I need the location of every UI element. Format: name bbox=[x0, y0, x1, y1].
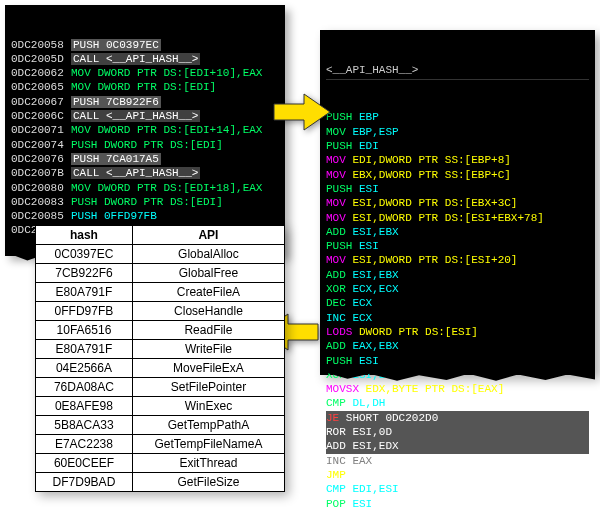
col-hash: hash bbox=[36, 226, 133, 245]
mnemonic: INC bbox=[326, 312, 352, 324]
table-row: 04E2566AMoveFileExA bbox=[36, 359, 285, 378]
disasm-row: INC EAX bbox=[326, 454, 589, 468]
mnemonic: PUSH bbox=[326, 140, 359, 152]
operands: ESI,DWORD PTR DS:[ESI+EBX+78] bbox=[352, 212, 543, 224]
table-row: 0C0397ECGlobalAlloc bbox=[36, 245, 285, 264]
table-row: 76DA08ACSetFilePointer bbox=[36, 378, 285, 397]
instruction: MOV DWORD PTR DS:[EDI+10],EAX bbox=[71, 67, 262, 79]
hash-cell: E80A791F bbox=[36, 340, 133, 359]
address: 0DC2005D bbox=[11, 52, 71, 66]
operands: EDX,BYTE PTR DS:[EAX] bbox=[366, 383, 505, 395]
mnemonic: PUSH bbox=[326, 183, 359, 195]
disasm-row: ADD EAX,EBX bbox=[326, 339, 589, 353]
api-hash-header: <__API_HASH__> bbox=[326, 63, 589, 80]
mnemonic: INC bbox=[326, 455, 352, 467]
api-cell: GetTempFileNameA bbox=[132, 435, 284, 454]
disasm-row: PUSH EDI bbox=[326, 139, 589, 153]
operands: EBX,DWORD PTR SS:[EBP+C] bbox=[352, 169, 510, 181]
disasm-row: XOR ECX,ECX bbox=[326, 282, 589, 296]
operands: ESI,EBX bbox=[352, 226, 398, 238]
disasm-row: MOV EBX,DWORD PTR SS:[EBP+C] bbox=[326, 168, 589, 182]
operands: SHORT 0DC202D0 bbox=[346, 412, 438, 424]
operands: ESI bbox=[359, 240, 379, 252]
hash-cell: 60E0CEEF bbox=[36, 454, 133, 473]
table-row: E80A791FWriteFile bbox=[36, 340, 285, 359]
disasm-row: 0DC2007BCALL <__API_HASH__> bbox=[11, 166, 279, 180]
api-cell: GetTempPathA bbox=[132, 416, 284, 435]
mnemonic: DEC bbox=[326, 297, 352, 309]
instruction: MOV DWORD PTR DS:[EDI] bbox=[71, 81, 216, 93]
operands: DWORD PTR DS:[ESI] bbox=[359, 326, 478, 338]
api-cell: GetFileSize bbox=[132, 473, 284, 492]
table-row: DF7D9BADGetFileSize bbox=[36, 473, 285, 492]
disasm-row: PUSH ESI bbox=[326, 239, 589, 253]
instruction: PUSH 0C0397EC bbox=[71, 39, 161, 51]
operands: ESI,EDX bbox=[352, 440, 398, 452]
api-cell: ExitThread bbox=[132, 454, 284, 473]
operands: SHORT 0DC202C1 bbox=[352, 469, 444, 481]
disasm-row: ROR ESI,0D bbox=[326, 425, 589, 439]
address: 0DC20067 bbox=[11, 95, 71, 109]
mnemonic: PUSH bbox=[326, 240, 359, 252]
mnemonic: MOV bbox=[326, 154, 352, 166]
address: 0DC20065 bbox=[11, 80, 71, 94]
operands: EDI,DWORD PTR SS:[EBP+8] bbox=[352, 154, 510, 166]
hash-cell: E80A791F bbox=[36, 283, 133, 302]
api-cell: CreateFileA bbox=[132, 283, 284, 302]
disasm-row: POP ESI bbox=[326, 497, 589, 511]
operands: ESI bbox=[359, 355, 379, 367]
operands: EDI bbox=[359, 140, 379, 152]
disasm-row: ADD ESI,EBX bbox=[326, 268, 589, 282]
address: 0DC20085 bbox=[11, 209, 71, 223]
mnemonic: CMP bbox=[326, 397, 352, 409]
instruction: PUSH 7CB922F6 bbox=[71, 96, 161, 108]
address: 0DC2007B bbox=[11, 166, 71, 180]
operands: ECX bbox=[352, 312, 372, 324]
instruction: MOV DWORD PTR DS:[EDI+14],EAX bbox=[71, 124, 262, 136]
mnemonic: MOV bbox=[326, 169, 352, 181]
hash-cell: 0E8AFE98 bbox=[36, 397, 133, 416]
instruction: PUSH 7CA017A5 bbox=[71, 153, 161, 165]
operands: ESI bbox=[352, 498, 372, 510]
address: 0DC20062 bbox=[11, 66, 71, 80]
disasm-row: MOVSX EDX,BYTE PTR DS:[EAX] bbox=[326, 382, 589, 396]
table-row: E7AC2238GetTempFileNameA bbox=[36, 435, 285, 454]
table-row: E80A791FCreateFileA bbox=[36, 283, 285, 302]
disasm-row: ADD ESI,EDX bbox=[326, 439, 589, 453]
disasm-row: MOV ESI,DWORD PTR DS:[ESI+20] bbox=[326, 253, 589, 267]
disasm-row: 0DC20074PUSH DWORD PTR DS:[EDI] bbox=[11, 138, 279, 152]
operands: ESI,0D bbox=[352, 426, 392, 438]
table-row: 60E0CEEFExitThread bbox=[36, 454, 285, 473]
hash-cell: 76DA08AC bbox=[36, 378, 133, 397]
table-row: 10FA6516ReadFile bbox=[36, 321, 285, 340]
hash-cell: 5B8ACA33 bbox=[36, 416, 133, 435]
mnemonic: PUSH bbox=[326, 355, 359, 367]
instruction: PUSH DWORD PTR DS:[EDI] bbox=[71, 196, 223, 208]
mnemonic: MOV bbox=[326, 254, 352, 266]
instruction: CALL <__API_HASH__> bbox=[71, 110, 200, 122]
hash-cell: 04E2566A bbox=[36, 359, 133, 378]
api-cell: SetFilePointer bbox=[132, 378, 284, 397]
operands: DL,DH bbox=[352, 397, 385, 409]
operands: ECX,ECX bbox=[352, 283, 398, 295]
mnemonic: LODS bbox=[326, 326, 359, 338]
disasm-row: 0DC20062MOV DWORD PTR DS:[EDI+10],EAX bbox=[11, 66, 279, 80]
api-cell: GlobalAlloc bbox=[132, 245, 284, 264]
operands: EBP,ESP bbox=[352, 126, 398, 138]
mnemonic: ADD bbox=[326, 226, 352, 238]
disasm-row: INC ECX bbox=[326, 311, 589, 325]
address: 0DC20083 bbox=[11, 195, 71, 209]
api-cell: WriteFile bbox=[132, 340, 284, 359]
instruction: PUSH DWORD PTR DS:[EDI] bbox=[71, 139, 223, 151]
mnemonic: CMP bbox=[326, 483, 352, 495]
hash-api-table: hash API 0C0397ECGlobalAlloc7CB922F6Glob… bbox=[35, 225, 285, 492]
arrow-right-icon bbox=[272, 90, 332, 134]
disasm-row: 0DC20067PUSH 7CB922F6 bbox=[11, 95, 279, 109]
disasm-row: MOV ESI,DWORD PTR DS:[EBX+3C] bbox=[326, 196, 589, 210]
address: 0DC20071 bbox=[11, 123, 71, 137]
mnemonic: JMP bbox=[326, 469, 352, 481]
table-row: 5B8ACA33GetTempPathA bbox=[36, 416, 285, 435]
api-cell: CloseHandle bbox=[132, 302, 284, 321]
mnemonic: MOVSX bbox=[326, 383, 366, 395]
operands: EDI,ESI bbox=[352, 483, 398, 495]
